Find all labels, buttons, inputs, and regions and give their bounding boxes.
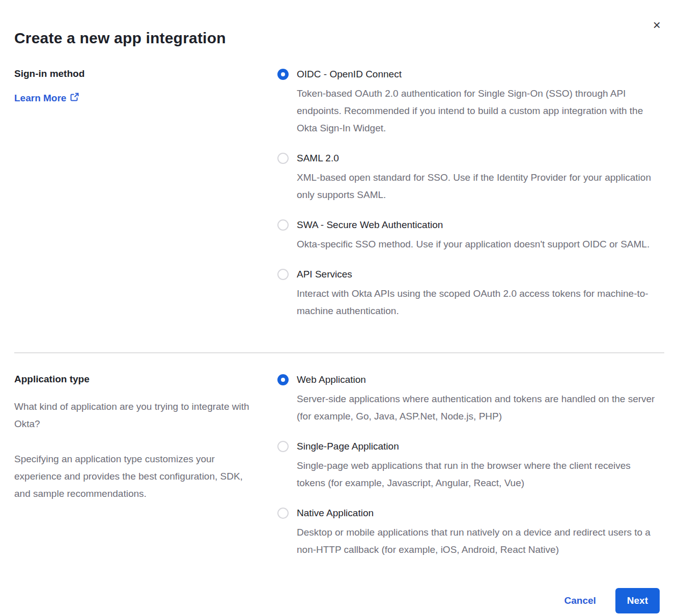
radio-saml[interactable] [277,153,289,164]
signin-option-oidc[interactable]: OIDC - OpenID Connect Token-based OAuth … [277,68,660,137]
application-type-options: Web Application Server-side applications… [277,374,660,558]
page-title: Create a new app integration [14,30,660,47]
signin-option-swa[interactable]: SWA - Secure Web Authentication Okta-spe… [277,219,660,253]
radio-native-application[interactable] [277,508,289,519]
apptype-option-native-label[interactable]: Native Application [297,507,659,519]
radio-oidc[interactable] [277,69,289,80]
signin-option-api-services[interactable]: API Services Interact with Okta APIs usi… [277,268,660,320]
application-type-section: Application type What kind of applicatio… [14,374,660,558]
radio-web-application[interactable] [277,374,289,385]
apptype-option-web-description: Server-side applications where authentic… [297,390,659,425]
signin-option-swa-label[interactable]: SWA - Secure Web Authentication [297,219,649,231]
signin-option-saml[interactable]: SAML 2.0 XML-based open standard for SSO… [277,152,660,204]
signin-method-section: Sign-in method Learn More OIDC - OpenID … [14,68,660,320]
radio-single-page-application[interactable] [277,441,289,452]
apptype-option-native-description: Desktop or mobile applications that run … [297,524,659,558]
signin-option-swa-description: Okta-specific SSO method. Use if your ap… [297,236,649,253]
apptype-option-spa-description: Single-page web applications that run in… [297,457,659,492]
create-app-integration-modal: × Create a new app integration Sign-in m… [0,0,678,616]
signin-method-left: Sign-in method Learn More [14,68,277,320]
external-link-icon [70,93,79,104]
signin-method-options: OIDC - OpenID Connect Token-based OAuth … [277,68,660,320]
radio-api-services[interactable] [277,269,289,280]
apptype-option-spa[interactable]: Single-Page Application Single-page web … [277,440,660,492]
close-icon[interactable]: × [653,18,661,32]
apptype-option-web[interactable]: Web Application Server-side applications… [277,374,660,425]
application-type-left: Application type What kind of applicatio… [14,374,277,558]
signin-option-saml-description: XML-based open standard for SSO. Use if … [297,169,659,204]
signin-option-oidc-description: Token-based OAuth 2.0 authentication for… [297,85,659,137]
apptype-option-spa-label[interactable]: Single-Page Application [297,440,659,453]
signin-option-api-services-label[interactable]: API Services [297,268,659,281]
signin-option-oidc-label[interactable]: OIDC - OpenID Connect [297,68,659,80]
next-button[interactable]: Next [615,588,660,613]
radio-swa[interactable] [277,219,289,231]
modal-footer: Cancel Next [14,588,660,613]
learn-more-label: Learn More [14,93,66,104]
application-type-note: Specifying an application type customize… [14,451,258,502]
apptype-option-web-label[interactable]: Web Application [297,374,659,386]
signin-option-api-services-description: Interact with Okta APIs using the scoped… [297,285,659,320]
application-type-heading: Application type [14,374,277,385]
cancel-button[interactable]: Cancel [564,595,596,606]
signin-method-heading: Sign-in method [14,68,277,79]
signin-option-saml-label[interactable]: SAML 2.0 [297,152,659,164]
learn-more-link[interactable]: Learn More [14,93,79,104]
application-type-question: What kind of application are you trying … [14,398,258,433]
apptype-option-native[interactable]: Native Application Desktop or mobile app… [277,507,660,558]
section-divider [14,352,664,353]
